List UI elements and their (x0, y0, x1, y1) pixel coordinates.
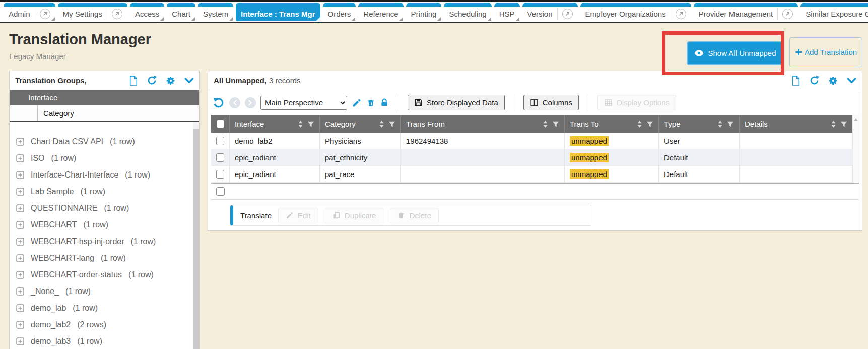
add-translation-button[interactable]: Add Translation (789, 37, 862, 67)
translation-group-row[interactable]: WEBCHART-hsp-inj-order (1 row) (10, 233, 199, 250)
translation-group-row[interactable]: Interface-Chart-Interface (1 row) (10, 166, 199, 183)
display-options-button[interactable]: Display Options (597, 95, 676, 110)
column-header[interactable]: Trans From (401, 115, 565, 133)
sort-icon[interactable] (717, 120, 723, 128)
translation-group-row[interactable]: demo_lab3 (1 row) (10, 333, 199, 349)
translation-group-row[interactable]: WEBCHART-order-status (1 row) (10, 266, 199, 283)
column-header[interactable]: Type (659, 115, 740, 133)
nav-tab[interactable]: HSP (494, 3, 520, 21)
table-row[interactable]: epic_radiant pat_ethnicity unmapped Defa… (211, 149, 852, 166)
nav-tab[interactable]: Similar Exposure Groups (SEGs) (800, 3, 868, 21)
expand-plus-icon[interactable] (16, 138, 24, 146)
translation-group-row[interactable]: QUESTIONNAIRE (1 row) (10, 200, 199, 216)
nav-tab[interactable]: Access (130, 3, 164, 21)
collapse-chevron-icon[interactable] (847, 77, 856, 84)
nav-tab[interactable]: My Settings (58, 3, 127, 21)
nav-back-icon[interactable] (229, 97, 240, 108)
edit-button[interactable]: Edit (278, 208, 318, 223)
settings-gear-icon[interactable] (828, 76, 838, 86)
sort-icon[interactable] (637, 120, 642, 128)
new-record-icon[interactable] (791, 76, 800, 86)
nav-forward-icon[interactable] (245, 97, 256, 108)
filter-funnel-icon[interactable] (727, 121, 734, 128)
expand-plus-icon[interactable] (16, 221, 24, 229)
undo-icon[interactable] (213, 97, 225, 109)
expand-plus-icon[interactable] (16, 188, 24, 196)
filter-funnel-icon[interactable] (307, 121, 314, 128)
expand-plus-icon[interactable] (16, 254, 24, 262)
nav-tab[interactable]: Printing (406, 3, 442, 21)
category-group-header[interactable]: Category (10, 105, 199, 122)
delete-button[interactable]: Delete (390, 208, 438, 223)
column-header[interactable]: Interface (230, 115, 320, 133)
edit-perspective-pencil-icon[interactable] (352, 98, 362, 108)
refresh-icon[interactable] (147, 75, 157, 86)
nav-tab[interactable]: Admin (4, 3, 55, 21)
expand-plus-icon[interactable] (16, 204, 24, 212)
sort-icon[interactable] (543, 120, 548, 128)
delete-perspective-trash-icon[interactable] (366, 98, 375, 108)
row-checkbox[interactable] (216, 137, 224, 145)
scrollbar-up-arrow[interactable] (854, 118, 858, 121)
table-row[interactable]: epic_radiant pat_race unmapped Default (211, 166, 852, 183)
nav-tab[interactable]: Employer Organizations (580, 3, 691, 21)
groups-scrollbar[interactable] (193, 122, 199, 349)
nav-tab[interactable]: Orders (323, 3, 356, 21)
bottom-select-checkbox[interactable] (216, 187, 225, 196)
translation-group-row[interactable]: ISO (1 row) (10, 150, 199, 166)
expand-plus-icon[interactable] (16, 238, 24, 246)
expand-plus-icon[interactable] (16, 321, 24, 329)
filter-funnel-icon[interactable] (840, 121, 847, 128)
open-in-new-window-icon[interactable] (777, 8, 793, 20)
filter-funnel-icon[interactable] (552, 121, 559, 128)
row-checkbox[interactable] (216, 153, 224, 162)
translation-group-row[interactable]: demo_lab2 (2 rows) (10, 316, 199, 333)
translation-group-row[interactable]: Chart Data CSV API (1 row) (10, 133, 199, 150)
row-checkbox[interactable] (216, 170, 224, 179)
open-in-new-window-icon[interactable] (671, 8, 686, 20)
interface-group-header[interactable]: Interface (10, 90, 199, 105)
refresh-icon[interactable] (809, 75, 820, 86)
nav-tab[interactable]: Reference (358, 3, 403, 21)
perspective-select[interactable]: Main Perspective (260, 96, 347, 110)
expand-plus-icon[interactable] (16, 304, 24, 312)
store-displayed-data-button[interactable]: Store Displayed Data (408, 95, 505, 110)
open-in-new-window-icon[interactable] (557, 8, 573, 20)
select-all-checkbox[interactable] (217, 120, 224, 128)
sort-icon[interactable] (379, 120, 384, 128)
show-all-unmapped-button[interactable]: Show All Unmapped (687, 41, 784, 65)
new-record-icon[interactable] (129, 76, 138, 86)
groups-scrollbar-thumb[interactable] (193, 129, 199, 349)
nav-tab[interactable]: System (198, 3, 233, 21)
settings-gear-icon[interactable] (166, 76, 176, 86)
nav-tab[interactable]: Chart (167, 3, 195, 21)
nav-tab[interactable]: Scheduling (444, 3, 491, 21)
expand-plus-icon[interactable] (16, 287, 24, 296)
translation-group-row[interactable]: Lab Sample (1 row) (10, 183, 199, 200)
duplicate-button[interactable]: Duplicate (325, 208, 384, 223)
translation-group-row[interactable]: WEBCHART (1 row) (10, 216, 199, 233)
open-in-new-window-icon[interactable] (35, 8, 50, 20)
expand-plus-icon[interactable] (16, 154, 24, 162)
column-header[interactable]: Details (740, 115, 852, 133)
nav-tab[interactable]: Provider Management (694, 3, 798, 21)
open-in-new-window-icon[interactable] (107, 8, 122, 20)
lock-perspective-icon[interactable] (380, 98, 389, 108)
collapse-chevron-icon[interactable] (184, 77, 194, 84)
columns-button[interactable]: Columns (523, 95, 579, 110)
column-header[interactable]: Trans To (565, 115, 659, 133)
table-scrollbar[interactable] (852, 115, 859, 183)
expand-plus-icon[interactable] (16, 271, 24, 279)
nav-tab[interactable]: Interface : Trans Mgr (236, 3, 320, 21)
filter-funnel-icon[interactable] (646, 121, 653, 128)
table-row[interactable]: demo_lab2 Physicians 1962494138 unmapped… (211, 133, 852, 149)
translation-group-row[interactable]: WEBCHART-lang (1 row) (10, 250, 199, 266)
nav-tab[interactable]: Version (522, 3, 578, 21)
filter-funnel-icon[interactable] (388, 121, 395, 128)
expand-plus-icon[interactable] (16, 171, 24, 179)
column-header[interactable]: Category (320, 115, 401, 133)
expand-plus-icon[interactable] (16, 337, 24, 345)
translation-group-row[interactable]: _None_ (1 row) (10, 283, 199, 300)
sort-icon[interactable] (831, 120, 836, 128)
sort-icon[interactable] (298, 120, 303, 128)
